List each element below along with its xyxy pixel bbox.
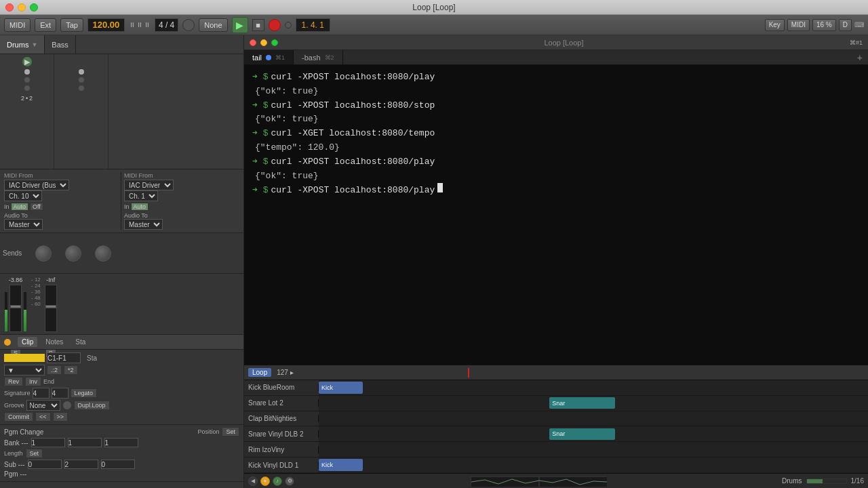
bank-val1[interactable] [31, 438, 65, 447]
minus2-btn[interactable]: .:2 [47, 365, 62, 375]
close-button[interactable] [5, 3, 14, 12]
sub-val5[interactable] [64, 460, 98, 469]
term-response-4: {"ok": true} [252, 169, 860, 184]
clip-dropdown[interactable]: ▼ [4, 365, 45, 375]
monitor-auto-btn[interactable]: Auto [11, 203, 29, 211]
groove-random[interactable] [62, 401, 72, 410]
tap-button[interactable]: Tap [60, 18, 83, 32]
monitor-row-1: In Auto Off [4, 203, 119, 211]
plus2-btn[interactable]: *2 [64, 365, 78, 375]
zoom-display[interactable]: 16 % [812, 19, 836, 31]
send-knob-1[interactable] [35, 245, 52, 262]
inv-btn[interactable]: Inv [25, 377, 41, 386]
tab1-shortcut: ⌘1 [275, 54, 285, 61]
track-header: Drums ▼ Bass [0, 35, 243, 54]
stop-button[interactable]: ■ [252, 19, 264, 31]
notes-tab[interactable]: Notes [41, 337, 67, 347]
seq-clip-snar2[interactable]: Snar [549, 428, 615, 440]
play-button[interactable]: ▶ [232, 17, 248, 33]
tempo-display[interactable]: 120.00 [87, 18, 125, 32]
fader-handle-1[interactable] [10, 305, 21, 308]
seq-clip-kick1[interactable]: Kick [319, 382, 363, 393]
drums-label-bottom: Drums [782, 477, 802, 485]
seq-clip-kick2[interactable]: Kick [319, 459, 363, 470]
sig1-input[interactable] [33, 388, 50, 399]
commit-btn[interactable]: Commit [4, 412, 33, 422]
legato-btn[interactable]: Legato [71, 388, 98, 398]
play-indicator[interactable]: ● [260, 476, 270, 486]
send-knob-2[interactable] [65, 245, 81, 262]
position-display: 1. 4. 1 [296, 18, 330, 32]
midi-from-device2[interactable]: IAC Driver [124, 180, 174, 190]
seq-track-rim: Rim IzoViny [244, 442, 868, 458]
nav-next-btn[interactable]: >> [53, 412, 68, 422]
monitor-off-btn[interactable]: Off [30, 203, 43, 211]
clip-name-input[interactable] [47, 352, 81, 363]
meter-bar-1a [4, 291, 8, 332]
midi-from-channel[interactable]: Ch. 10 [4, 190, 42, 201]
bank-val3[interactable] [104, 438, 138, 447]
none-select[interactable]: None [199, 18, 227, 32]
seq-clip-snar1[interactable]: Snar [549, 397, 615, 409]
terminal-tab-1[interactable]: tail ⌘1 [244, 50, 294, 64]
midi-button[interactable]: MIDI [4, 18, 31, 32]
midi-from-channel2[interactable]: Ch. 1 [124, 190, 158, 201]
sub-val4[interactable] [28, 460, 62, 469]
midi-from-device[interactable]: IAC Driver (Bus [4, 180, 69, 190]
position-set-btn[interactable]: Set [222, 427, 239, 436]
maximize-button[interactable] [30, 3, 38, 12]
terminal-area: Loop [Loop] ⌘#1 tail ⌘1 -bash ⌘2 + ➜ $ c… [244, 35, 868, 488]
audio-to-select[interactable]: Master [4, 219, 43, 230]
terminal-tab-2[interactable]: -bash ⌘2 [294, 50, 343, 64]
bass-track-tab[interactable]: Bass [45, 35, 75, 54]
terminal-close[interactable] [250, 39, 256, 46]
ch1-vol-dot: • [26, 95, 28, 102]
term-response-1: {"ok": true} [252, 85, 860, 99]
length-set-btn[interactable]: Set [26, 449, 43, 458]
time-signature[interactable]: 4 / 4 [155, 18, 178, 32]
dupl-loop-btn[interactable]: Dupl.Loop [74, 401, 110, 410]
sta-tab[interactable]: Sta [71, 337, 90, 347]
vol-col-1: -3.86 1 S [4, 277, 27, 331]
d-button[interactable]: D [839, 19, 852, 31]
key-button[interactable]: Key [765, 19, 785, 31]
nav-prev-btn[interactable]: << [35, 412, 51, 422]
midi-from-label2: MIDI From [124, 172, 239, 179]
output-meter-fill [807, 479, 823, 483]
ext-button[interactable]: Ext [35, 18, 56, 32]
metronome-button[interactable] [182, 19, 195, 31]
sig2-input[interactable] [52, 388, 68, 399]
bank-val2[interactable] [68, 438, 102, 447]
settings-btn[interactable]: ⚙ [285, 476, 294, 486]
minimize-button[interactable] [18, 3, 26, 12]
terminal-content: ➜ $ curl -XPOST localhost:8080/play {"ok… [244, 65, 868, 365]
terminal-minimize[interactable] [260, 39, 267, 46]
clip-color-bar[interactable] [4, 354, 45, 362]
terminal-maximize[interactable] [271, 39, 278, 46]
session-btn[interactable]: ♪ [273, 476, 282, 486]
groove-select[interactable]: None [26, 400, 60, 411]
monitor-auto-btn2[interactable]: Auto [131, 203, 149, 211]
vol-scale: - 12 - 24 - 36 - 48 - 60 [31, 277, 41, 307]
drums-track-tab[interactable]: Drums ▼ [0, 35, 45, 54]
sub-val6[interactable] [101, 460, 135, 469]
send-knob-3[interactable] [95, 245, 111, 262]
record-button[interactable] [269, 19, 281, 31]
sub-label: Sub --- [4, 461, 25, 468]
channel-2-clip [79, 69, 84, 75]
clip-tab[interactable]: Clip [18, 337, 37, 347]
channel-1-play[interactable]: ▶ [22, 57, 32, 66]
drums-dropdown-arrow[interactable]: ▼ [31, 41, 37, 48]
prev-frame-btn[interactable]: ◀ [248, 476, 258, 486]
overdub-button[interactable] [285, 22, 292, 28]
terminal-add-tab[interactable]: + [852, 50, 868, 64]
tab1-label: tail [252, 54, 262, 62]
rev-btn[interactable]: Rev [4, 377, 23, 386]
loop-label[interactable]: Loop [248, 368, 271, 377]
midi-out-button[interactable]: MIDI [787, 19, 810, 31]
audio-to-select2[interactable]: Master [124, 219, 163, 230]
fader-track-2[interactable] [45, 285, 57, 332]
pgm-row-length: Length Set [4, 449, 239, 458]
fader-handle-2[interactable] [45, 305, 56, 308]
fader-track-1[interactable] [9, 285, 22, 332]
